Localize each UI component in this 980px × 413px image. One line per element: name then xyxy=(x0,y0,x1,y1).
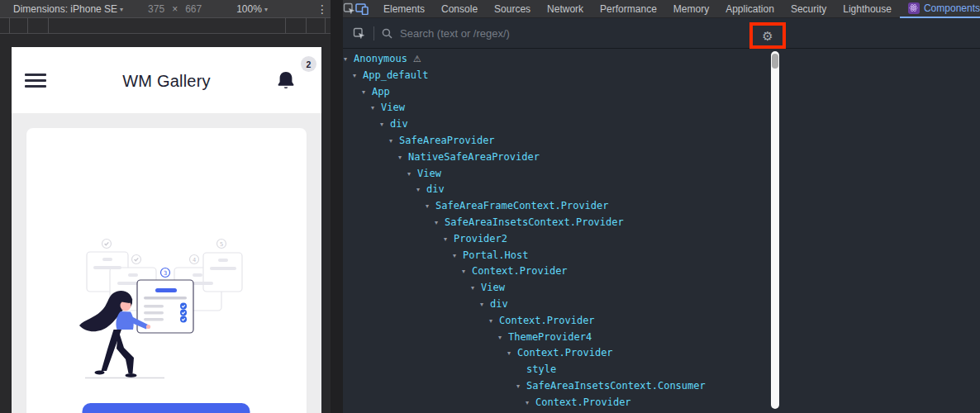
devtools-splitter[interactable] xyxy=(331,0,343,413)
tree-node[interactable]: ▾Context.Provider xyxy=(343,395,980,411)
tree-node[interactable]: ▾ThemeProvider4 xyxy=(343,330,980,346)
devtools-tab-bar: ElementsConsoleSourcesNetworkPerformance… xyxy=(343,0,980,18)
component-name: SafeAreaFrameContext.Provider xyxy=(435,200,609,211)
more-options-icon[interactable]: ⋮ xyxy=(316,2,328,16)
dimension-separator: × xyxy=(172,3,178,15)
settings-gear-icon[interactable]: ⚙ xyxy=(762,30,773,42)
components-search-row: Search (text or /regex/) ⚙ xyxy=(343,18,980,49)
tree-node[interactable]: ▾Anonymous⚠ xyxy=(343,51,980,68)
expander-icon[interactable]: ▾ xyxy=(489,313,499,330)
tree-node[interactable]: ▾App xyxy=(343,84,980,101)
component-tree: ▾Anonymous⚠▾App_default▾App▾View▾div▾Saf… xyxy=(343,49,980,413)
tree-node[interactable]: ▾SafeAreaInsetsContext.Consumer xyxy=(343,378,980,395)
tree-node[interactable]: style xyxy=(343,362,980,378)
component-name: Anonymous xyxy=(354,53,407,64)
screenshot-root: Dimensions: iPhone SE▾ 375 × 667 100%▾ ⋮… xyxy=(0,0,980,413)
tree-node[interactable]: ▾View xyxy=(343,166,980,183)
tab-memory[interactable]: Memory xyxy=(665,0,717,17)
chevron-down-icon: ▾ xyxy=(264,6,268,13)
tree-node[interactable]: ▾Context.Provider xyxy=(343,263,980,280)
svg-text:5: 5 xyxy=(220,241,223,248)
scrollbar-thumb[interactable] xyxy=(772,54,778,69)
component-name: View xyxy=(417,168,441,179)
viewport-height-field[interactable]: 667 xyxy=(185,3,202,15)
component-name: Portal.Host xyxy=(463,249,528,261)
component-name: View xyxy=(481,282,505,293)
expander-icon[interactable]: ▾ xyxy=(398,150,408,166)
search-input[interactable]: Search (text or /regex/) xyxy=(400,27,510,40)
tab-label: Network xyxy=(547,3,583,15)
tree-node[interactable]: ▾View xyxy=(343,280,980,297)
expander-icon[interactable]: ▾ xyxy=(371,100,381,116)
tree-node[interactable]: ▾SafeAreaFrameContext.Provider xyxy=(343,198,980,215)
emulated-screen: WM Gallery 2 xyxy=(12,47,321,413)
tree-node[interactable]: ▾Context.Provider xyxy=(343,345,980,362)
notification-badge: 2 xyxy=(301,56,316,72)
tab-elements[interactable]: Elements xyxy=(375,0,433,17)
expander-icon[interactable]: ▾ xyxy=(416,182,426,198)
tab-performance[interactable]: Performance xyxy=(592,0,665,17)
zoom-selector[interactable]: 100%▾ xyxy=(236,3,268,15)
tab-components[interactable]: Components xyxy=(900,0,980,18)
expander-icon[interactable]: ▾ xyxy=(471,280,481,297)
tree-node[interactable]: ▾View xyxy=(343,100,980,116)
chevron-down-icon: ▾ xyxy=(120,6,123,13)
expander-icon[interactable]: ▾ xyxy=(480,297,490,313)
device-toolbar: Dimensions: iPhone SE▾ 375 × 667 100%▾ ⋮ xyxy=(0,0,337,18)
tree-node[interactable]: ▾SafeAreaInsetsContext.Provider xyxy=(343,215,980,231)
viewport-width-field[interactable]: 375 xyxy=(148,3,164,15)
tab-lighthouse[interactable]: Lighthouse xyxy=(835,0,900,17)
expander-icon[interactable]: ▾ xyxy=(389,133,399,150)
expander-icon[interactable]: ▾ xyxy=(344,51,354,68)
component-name: NativeSafeAreaProvider xyxy=(408,151,540,163)
tree-node[interactable]: ▾Provider2 xyxy=(343,231,980,248)
device-selector[interactable]: Dimensions: iPhone SE▾ xyxy=(13,3,123,15)
expander-icon[interactable]: ▾ xyxy=(426,198,435,215)
expander-icon[interactable]: ▾ xyxy=(453,248,463,264)
expander-icon[interactable]: ▾ xyxy=(435,215,445,231)
expander-icon[interactable]: ▾ xyxy=(507,345,517,362)
tree-node[interactable]: ▾App_default xyxy=(343,68,980,84)
tab-security[interactable]: Security xyxy=(783,0,835,17)
tab-console[interactable]: Console xyxy=(433,0,486,17)
component-name: App_default xyxy=(363,69,428,81)
expander-icon[interactable]: ▾ xyxy=(526,395,535,411)
tree-node[interactable]: ▾Portal.Host xyxy=(343,248,980,264)
expander-icon[interactable]: ▾ xyxy=(353,68,363,84)
tab-network[interactable]: Network xyxy=(539,0,592,17)
app-body: 4 5 3 xyxy=(12,113,321,413)
tree-node[interactable]: ▾div xyxy=(343,297,980,313)
app-title: WM Gallery xyxy=(12,72,321,91)
component-name: App xyxy=(372,86,390,97)
expander-icon[interactable]: ▾ xyxy=(380,116,390,133)
tree-scrollbar[interactable] xyxy=(771,51,779,409)
expander-icon[interactable]: ▾ xyxy=(498,330,508,346)
expander-icon[interactable]: ▾ xyxy=(362,84,372,101)
component-name: SafeAreaInsetsContext.Consumer xyxy=(526,380,706,392)
toggle-device-toolbar-icon[interactable] xyxy=(355,0,369,17)
tab-application[interactable]: Application xyxy=(717,0,783,17)
empty-state-card: 4 5 3 xyxy=(26,128,307,413)
expander-icon[interactable]: ▾ xyxy=(516,378,526,395)
primary-action-button[interactable] xyxy=(83,403,250,413)
tree-node[interactable]: ▾Context.Provider xyxy=(343,313,980,330)
notifications-button[interactable] xyxy=(276,70,296,92)
pick-component-icon[interactable] xyxy=(348,25,369,42)
tree-node[interactable]: ▾NativeSafeAreaProvider xyxy=(343,150,980,166)
component-name: style xyxy=(526,363,556,375)
device-emulation-area: Dimensions: iPhone SE▾ 375 × 667 100%▾ ⋮… xyxy=(0,0,337,413)
component-name: Context.Provider xyxy=(499,315,595,326)
tab-sources[interactable]: Sources xyxy=(486,0,539,17)
tab-label: Security xyxy=(791,3,826,15)
tree-node[interactable]: ▾SafeAreaProvider xyxy=(343,133,980,150)
warning-icon: ⚠ xyxy=(413,54,421,64)
component-name: Context.Provider xyxy=(535,396,631,408)
expander-icon[interactable]: ▾ xyxy=(407,166,417,183)
expander-icon[interactable]: ▾ xyxy=(444,231,454,248)
tab-label: Memory xyxy=(673,3,709,15)
expander-icon[interactable]: ▾ xyxy=(462,263,472,280)
inspect-element-icon[interactable] xyxy=(343,0,355,17)
tree-node[interactable]: ▾div xyxy=(343,182,980,198)
tab-label: Console xyxy=(441,3,478,15)
tree-node[interactable]: ▾div xyxy=(343,116,980,133)
